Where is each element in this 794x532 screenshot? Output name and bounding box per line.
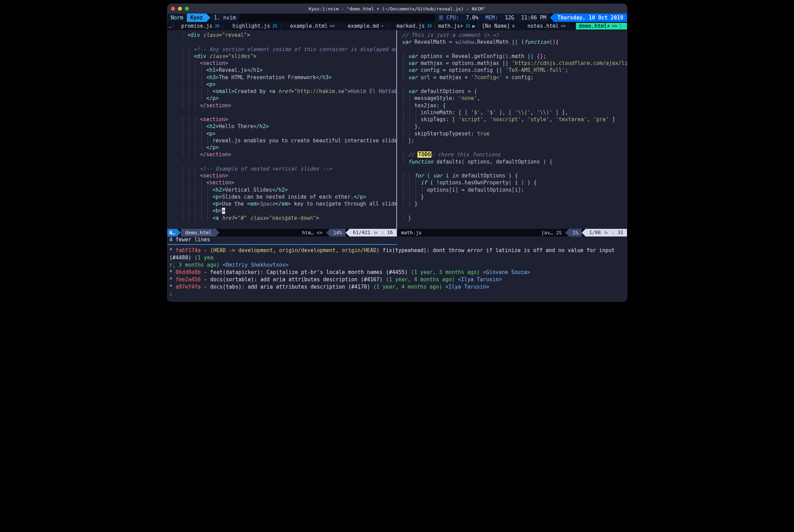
chevron-right-icon: 〉 [516, 23, 522, 30]
tab-math[interactable]: math.js+ JS ▶ [435, 23, 479, 29]
terminal-window: Kyoz:1:nvim - "demo.html + (~/Documents/… [167, 3, 627, 302]
chevron-left-icon [565, 229, 569, 236]
left-filename: demo.html [181, 229, 216, 236]
chevron-right-icon [177, 229, 181, 236]
window-title: Kyoz:1:nvim - "demo.html + (~/Documents/… [167, 6, 627, 11]
chevron-right-icon [216, 229, 220, 236]
chevron-right-icon: 〉 [386, 23, 391, 30]
overflow-indicator: …〉 [167, 23, 179, 30]
right-position: 1/88 ㏑ : 31 [586, 229, 627, 236]
tmux-session[interactable]: Kyoz [187, 14, 206, 22]
tab-promise[interactable]: promise.js JS 〉 [179, 23, 230, 30]
left-position: 61/421 ㏑ : 16 [349, 229, 396, 236]
tmux-window[interactable]: 1. nvim [210, 14, 239, 22]
title-bar: Kyoz:1:nvim - "demo.html + (~/Documents/… [167, 4, 627, 14]
git-log[interactable]: * fa6f174a - (HEAD -> development, origi… [167, 245, 627, 301]
git-log-row-wrap: r, 3 months ago) <Dmitriy Shekhovtsov> [169, 261, 625, 269]
vim-mode: Norm [167, 14, 187, 22]
git-log-row: * a97ef4fa - docs(tabs): add aria attrib… [169, 283, 625, 291]
minimize-icon[interactable] [178, 7, 182, 11]
git-log-row: * 86dd8e8b - feat(datapicker): Capitaliz… [169, 269, 625, 276]
zoom-icon[interactable] [185, 7, 189, 11]
right-filename: math.js [397, 229, 426, 236]
mode-indicator: N… [167, 229, 177, 236]
cpu-value: 7.0% [462, 14, 482, 22]
git-prompt[interactable]: : [169, 291, 625, 298]
close-icon[interactable] [171, 7, 175, 11]
left-pane[interactable]: ┆ <div class="reveal"> ┆ ┆ <!-- Any sect… [167, 30, 397, 236]
left-filetype: htm… <> [299, 230, 326, 235]
mem-label: MEM: [482, 14, 501, 22]
chevron-left-icon [346, 229, 349, 236]
git-log-row: * fa6f174a - (HEAD -> development, origi… [169, 247, 625, 261]
editor-splits: ┆ <div class="reveal"> ┆ ┆ <!-- Any sect… [167, 30, 627, 236]
right-code[interactable]: // This is just a comment (>_<)var Revea… [397, 30, 627, 223]
chevron-left-icon [550, 14, 554, 22]
buffer-tab-bar: …〉 promise.js JS 〉 highlight.js JS 〉 exa… [167, 22, 627, 30]
right-pane[interactable]: // This is just a comment (>_<)var Revea… [397, 30, 627, 236]
left-percent: 14% [330, 229, 346, 236]
mem-value: 12G [502, 14, 518, 22]
chevron-right-icon: 〉 [619, 23, 625, 30]
clock-date: Thursday, 10 Oct 2019 [554, 14, 627, 22]
tab-highlight[interactable]: highlight.js JS 〉 [230, 23, 287, 30]
chevron-right-icon: 〉 [337, 23, 342, 30]
tab-example-md[interactable]: example.md ▾ 〉 [345, 23, 394, 30]
right-filetype: jav… JS [538, 230, 565, 235]
clock-time: 11:06 PM [518, 14, 550, 22]
left-statusline: N… demo.html htm… <> 14% 61/421 ㏑ : 16 [167, 229, 397, 236]
chevron-right-icon: 〉 [222, 23, 227, 30]
right-statusline: math.js jav… JS 1% 1/88 ㏑ : 31 [397, 229, 627, 236]
tab-marked[interactable]: marked.js JS [394, 23, 435, 29]
chevron-left-icon [582, 229, 586, 236]
message-line: 4 fewer lines [167, 236, 627, 244]
git-log-row: * fee2a456 - docs(sortable): add aria at… [169, 276, 625, 283]
chevron-right-icon: 〉 [279, 23, 284, 30]
tmux-status-bar: Norm Kyoz 1. nvim ☰ CPU: 7.0% MEM: 12G 1… [167, 14, 627, 22]
left-code[interactable]: ┆ <div class="reveal"> ┆ ┆ <!-- Any sect… [167, 30, 397, 223]
tab-notes[interactable]: notes.html <> 〉 [524, 23, 576, 30]
chevron-right-icon: 〉 [568, 23, 573, 30]
right-percent: 1% [569, 229, 582, 236]
chevron-left-icon [326, 229, 330, 236]
split-flag-icon: ▶ [472, 23, 475, 29]
tab-noname[interactable]: [No Name] ≡ 〉 [479, 23, 525, 30]
traffic-lights [171, 7, 189, 11]
tab-demo-active[interactable]: demo.html+ <> 〉 [576, 23, 627, 30]
chevron-right-icon [206, 14, 210, 22]
tab-example-html[interactable]: example.html <> 〉 [287, 23, 345, 30]
cpu-label: ☰ CPU: [435, 14, 462, 22]
